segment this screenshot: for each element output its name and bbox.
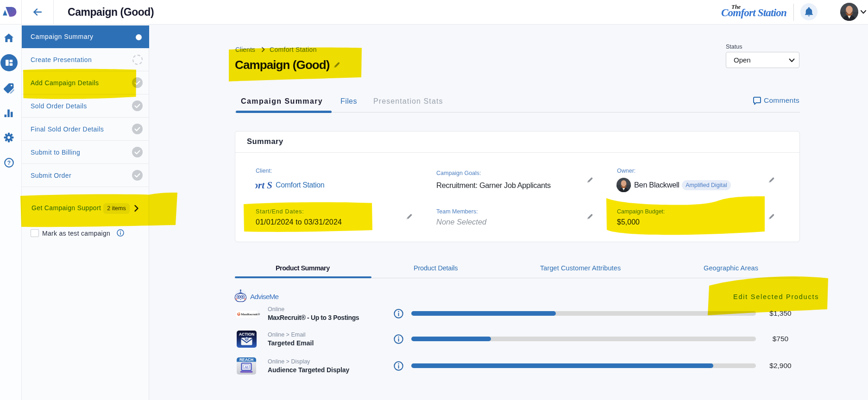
svg-text:REACH: REACH [239,357,253,362]
svg-text:ACTION: ACTION [239,332,255,337]
svg-text:@: @ [245,338,248,340]
svg-text:?: ? [7,160,11,166]
svg-text:AD: AD [245,366,249,369]
